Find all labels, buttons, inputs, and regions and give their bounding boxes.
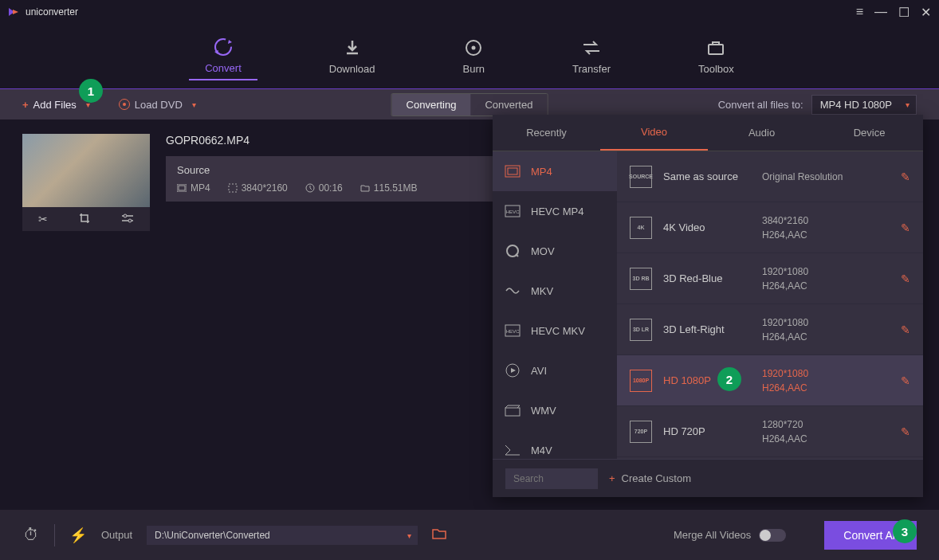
format-label: HEVC MP4 [531, 206, 583, 217]
hevc-icon: HEVC [504, 204, 521, 218]
resolution-hd720p[interactable]: 720PHD 720P1280*720H264,AAC✎ [617, 406, 923, 457]
trim-icon[interactable]: ✂ [38, 213, 48, 225]
convert-all-to-label: Convert all files to: [718, 99, 803, 111]
output-format-value: MP4 HD 1080P [820, 99, 892, 111]
tab-audio[interactable]: Audio [708, 115, 815, 151]
nav-transfer[interactable]: Transfer [556, 33, 627, 80]
resolution-name: 3D Red-Blue [663, 272, 751, 284]
format-label: MOV [531, 245, 555, 257]
format-mov[interactable]: MOV [493, 231, 617, 271]
svg-point-9 [128, 219, 132, 222]
format-m4v[interactable]: M4V [493, 430, 617, 459]
bottom-bar: ⏱ ⚡ Output D:\UniConverter\Converted ▾ M… [0, 510, 939, 560]
format-mkv[interactable]: MKV [493, 271, 617, 311]
close-icon[interactable]: ✕ [921, 5, 931, 20]
seg-converted[interactable]: Converted [470, 94, 547, 116]
format-label: M4V [531, 444, 552, 456]
nav-label: Download [329, 63, 375, 75]
refresh-icon [213, 37, 234, 57]
preset-icon: 3D RB [630, 268, 652, 290]
format-wmv[interactable]: WMV [493, 390, 617, 430]
status-segment: Converting Converted [391, 93, 548, 116]
nav-toolbox[interactable]: Toolbox [682, 33, 750, 80]
adjust-icon[interactable] [121, 213, 134, 225]
file-format: MP4 [191, 182, 210, 194]
output-path-value: D:\UniConverter\Converted [155, 530, 270, 541]
step-badge-3: 3 [893, 519, 917, 543]
svg-text:HEVC: HEVC [506, 329, 520, 334]
edit-preset-icon[interactable]: ✎ [901, 323, 910, 336]
resolution-same-as-source[interactable]: SOURCESame as sourceOriginal Resolution✎ [617, 151, 923, 202]
clock-icon[interactable]: ⏱ [22, 527, 40, 544]
output-format-dropdown[interactable]: MP4 HD 1080P ▾ [811, 95, 917, 115]
folder-icon [360, 184, 370, 192]
tab-recently[interactable]: Recently [493, 115, 600, 151]
open-folder-icon[interactable] [432, 528, 446, 542]
nav-convert[interactable]: Convert [189, 32, 257, 80]
app-logo-icon [8, 6, 19, 18]
format-label: HEVC MKV [531, 325, 585, 337]
transfer-icon [581, 37, 602, 58]
format-hevcmp4[interactable]: HEVCHEVC MP4 [493, 191, 617, 231]
preset-icon: 4K [630, 217, 652, 239]
disc-icon [463, 37, 484, 58]
resolution-4k[interactable]: 4K4K Video3840*2160H264,AAC✎ [617, 202, 923, 253]
clapper-icon [504, 403, 521, 417]
resolution-3d-redblue[interactable]: 3D RB3D Red-Blue1920*1080H264,AAC✎ [617, 253, 923, 304]
plus-icon: + [609, 472, 615, 484]
edit-preset-icon[interactable]: ✎ [901, 425, 910, 438]
edit-preset-icon[interactable]: ✎ [901, 221, 910, 234]
chevron-down-icon: ▾ [906, 100, 910, 109]
play-circle-icon [504, 363, 521, 378]
svg-marker-3 [228, 40, 232, 44]
load-dvd-button[interactable]: Load DVD ▾ [119, 99, 196, 111]
step-badge-2: 2 [717, 367, 741, 391]
resolution-name: 4K Video [663, 221, 751, 233]
output-path-dropdown[interactable]: D:\UniConverter\Converted ▾ [147, 526, 418, 545]
edit-toolbar: ✂ [22, 207, 150, 231]
resolution-icon [228, 183, 238, 193]
crop-icon[interactable] [79, 213, 90, 226]
search-input[interactable] [505, 468, 598, 489]
load-dvd-label: Load DVD [135, 99, 183, 111]
output-label: Output [101, 529, 132, 541]
resolution-details: 1920*1080H264,AAC [762, 366, 890, 395]
maximize-icon[interactable]: ☐ [898, 5, 910, 20]
seg-converting[interactable]: Converting [392, 94, 471, 116]
hevc-icon: HEVC [504, 323, 521, 338]
svg-point-8 [124, 214, 127, 217]
edit-preset-icon[interactable]: ✎ [901, 374, 910, 387]
chevron-down-icon: ▾ [192, 100, 196, 109]
format-list: MP4 HEVCHEVC MP4 MOV MKV HEVCHEVC MKV AV… [493, 151, 617, 459]
create-custom-button[interactable]: + Create Custom [609, 472, 691, 484]
edit-preset-icon[interactable]: ✎ [901, 272, 910, 285]
download-icon [342, 37, 363, 58]
add-files-button[interactable]: + Add Files ▾ [22, 99, 90, 111]
main-nav: Convert Download Burn Transfer Toolbox [0, 24, 939, 89]
mkv-icon [504, 284, 521, 298]
format-avi[interactable]: AVI [493, 350, 617, 390]
format-mp4[interactable]: MP4 [493, 151, 617, 191]
svg-rect-15 [508, 168, 517, 174]
preset-icon: 1080P [630, 370, 652, 392]
tab-video[interactable]: Video [600, 115, 708, 151]
disc-small-icon [119, 99, 130, 110]
chevron-down-icon: ▾ [407, 531, 411, 539]
gpu-accel-icon[interactable]: ⚡ [69, 527, 87, 544]
video-thumbnail[interactable] [22, 134, 150, 207]
nav-burn[interactable]: Burn [447, 33, 501, 80]
resolution-name: HD 720P [663, 425, 751, 437]
film-icon [504, 164, 521, 178]
resolution-hd1080p[interactable]: 1080PHD 1080P1920*1080H264,AAC✎ [617, 355, 923, 406]
edit-preset-icon[interactable]: ✎ [901, 170, 910, 183]
minimize-icon[interactable]: — [874, 5, 887, 19]
svg-point-6 [472, 46, 476, 50]
resolution-list: SOURCESame as sourceOriginal Resolution✎… [617, 151, 923, 459]
format-hevcmkv[interactable]: HEVCHEVC MKV [493, 311, 617, 350]
menu-icon[interactable]: ≡ [856, 5, 863, 19]
resolution-3d-leftright[interactable]: 3D LR3D Left-Right1920*1080H264,AAC✎ [617, 304, 923, 355]
resolution-details: 3840*2160H264,AAC [762, 213, 890, 242]
nav-download[interactable]: Download [313, 33, 391, 80]
merge-toggle[interactable] [759, 529, 786, 542]
tab-device[interactable]: Device [815, 115, 923, 151]
